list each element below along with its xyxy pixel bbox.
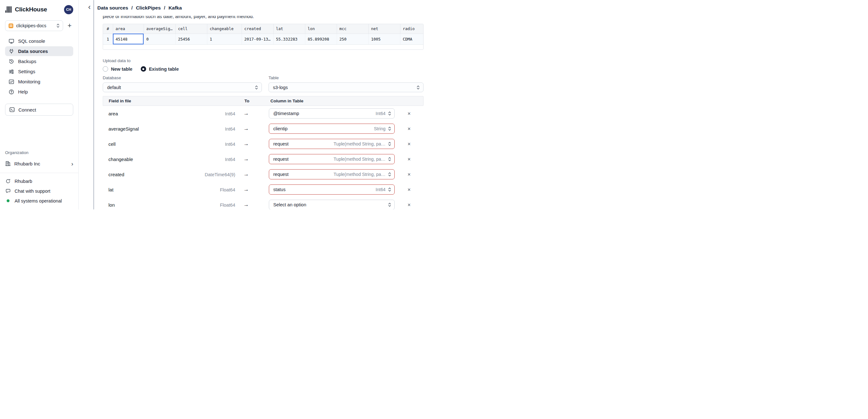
column-select-error[interactable]: status Int64: [269, 185, 395, 195]
preview-cell[interactable]: 1005: [368, 34, 400, 44]
preview-header-cell: lon: [305, 24, 337, 34]
remove-mapping-button[interactable]: ✕: [407, 157, 411, 162]
preview-header-cell: cell: [175, 24, 207, 34]
sidebar-item-help[interactable]: Help: [5, 87, 73, 97]
scrollbar[interactable]: [93, 0, 94, 210]
radio-existing-table[interactable]: Existing table: [141, 66, 179, 72]
preview-header-cell: radio: [400, 24, 423, 34]
field-name: area: [108, 111, 118, 116]
sidebar-spacer: [5, 116, 73, 150]
radio-label: Existing table: [149, 67, 179, 72]
column-select-placeholder[interactable]: Select an option: [269, 200, 395, 210]
mapping-row-area: area Int64 → @timestamp Int64 ✕: [103, 106, 424, 121]
arrow-right-icon: →: [235, 186, 269, 193]
preview-cell[interactable]: 2017-09-13…: [242, 34, 273, 44]
radio-new-table[interactable]: New table: [103, 66, 132, 72]
preview-header-cell: area: [113, 24, 144, 34]
back-icon[interactable]: ‹: [88, 3, 91, 11]
sliders-icon: [8, 69, 14, 74]
preview-header-cell: #: [103, 24, 113, 34]
remove-mapping-button[interactable]: ✕: [407, 142, 411, 147]
preview-header-cell: mcc: [337, 24, 368, 34]
preview-header-cell: averageSig…: [144, 24, 175, 34]
column-type: Tuple(method String, pa…: [334, 157, 385, 162]
sidebar-item-sql-console[interactable]: SQL console: [5, 36, 73, 46]
brand-row: ClickHouse CH: [5, 4, 73, 15]
column-select-error[interactable]: request Tuple(method String, pa…: [269, 154, 395, 164]
column-select-error[interactable]: request Tuple(method String, pa…: [269, 169, 395, 180]
preview-cell[interactable]: 1: [103, 34, 113, 44]
sidebar-item-label: Backups: [18, 59, 36, 64]
column-in-table-header: Column in Table: [269, 99, 395, 103]
data-preview-table: # area averageSig… cell changeable creat…: [103, 24, 424, 50]
remove-mapping-button[interactable]: ✕: [407, 126, 411, 131]
field-type: Int64: [225, 126, 235, 132]
breadcrumb-clickpipes[interactable]: ClickPipes: [136, 5, 161, 11]
sidebar-item-label: Settings: [18, 69, 35, 74]
add-service-button[interactable]: +: [67, 22, 72, 29]
field-in-file-header: Field in file: [103, 99, 236, 103]
footer-item-system-status[interactable]: All systems operational: [5, 196, 73, 206]
mapping-row-created: created DateTime64(9) → request Tuple(me…: [103, 167, 424, 182]
status-dot-icon: [7, 199, 9, 202]
stepper-icon: [416, 85, 420, 90]
clickhouse-logo-icon: [5, 6, 12, 13]
remove-mapping-button[interactable]: ✕: [407, 202, 411, 207]
mapping-row-lon: lon Float64 → Select an option ✕: [103, 197, 424, 210]
column-select-error[interactable]: clientip String: [269, 124, 395, 134]
sidebar-item-label: Help: [18, 89, 28, 94]
preview-cell[interactable]: 1: [207, 34, 242, 44]
chart-icon: [8, 79, 14, 85]
preview-header-cell: changeable: [207, 24, 242, 34]
organization-label: Organization: [5, 150, 73, 155]
footer-item-chat-support[interactable]: Chat with support: [5, 186, 73, 196]
preview-cell[interactable]: CDMA: [400, 34, 423, 44]
field-name: lat: [108, 187, 114, 192]
column-value: @timestamp: [273, 111, 299, 116]
preview-header-row: # area averageSig… cell changeable creat…: [103, 24, 423, 34]
service-selector[interactable]: clickpipes-docs: [5, 20, 63, 31]
remove-mapping-button[interactable]: ✕: [407, 187, 411, 192]
column-select-error[interactable]: request Tuple(method String, pa…: [269, 139, 395, 149]
building-icon: [5, 161, 11, 166]
remove-mapping-button[interactable]: ✕: [407, 111, 411, 116]
database-label: Database: [103, 75, 262, 80]
preview-header-cell: net: [368, 24, 400, 34]
breadcrumb-kafka[interactable]: Kafka: [168, 5, 182, 11]
radio-icon[interactable]: [103, 66, 108, 72]
column-select[interactable]: @timestamp Int64: [269, 108, 395, 119]
table-select[interactable]: s3-logs: [269, 83, 424, 92]
column-value: Select an option: [273, 202, 306, 207]
sidebar-item-settings[interactable]: Settings: [5, 67, 73, 76]
sidebar-item-data-sources[interactable]: Data sources: [5, 46, 73, 56]
table-value: s3-logs: [273, 85, 288, 90]
preview-cell-selected[interactable]: 45148: [113, 34, 144, 44]
sidebar: ClickHouse CH clickpipes-docs + SQL cons…: [0, 0, 79, 210]
organization-selector[interactable]: Rhubarb Inc ›: [5, 159, 73, 168]
breadcrumb-data-sources[interactable]: Data sources: [97, 5, 128, 11]
preview-cell[interactable]: 250: [337, 34, 368, 44]
field-name: changeable: [108, 157, 133, 162]
sidebar-item-backups[interactable]: Backups: [5, 56, 73, 66]
rotate-icon: [5, 179, 11, 184]
user-avatar[interactable]: CH: [64, 5, 73, 14]
field-type: DateTime64(9): [205, 172, 235, 177]
radio-checked-icon[interactable]: [141, 66, 146, 72]
mapping-header-row: Field in file To Column in Table: [103, 96, 424, 106]
arrow-right-icon: →: [235, 171, 269, 178]
preview-cell[interactable]: 55.332283: [273, 34, 305, 44]
remove-mapping-button[interactable]: ✕: [407, 172, 411, 177]
preview-header-cell: lat: [273, 24, 305, 34]
preview-cell[interactable]: 85.899208: [305, 34, 337, 44]
field-mapping-table: Field in file To Column in Table area In…: [103, 96, 424, 210]
database-select[interactable]: default: [103, 83, 262, 92]
breadcrumb: Data sources / ClickPipes / Kafka: [97, 5, 182, 11]
connect-label: Connect: [19, 107, 36, 112]
footer-item-rhubarb[interactable]: Rhubarb: [5, 176, 73, 186]
preview-cell[interactable]: 25456: [175, 34, 207, 44]
sidebar-item-monitoring[interactable]: Monitoring: [5, 77, 73, 87]
field-type: Float64: [220, 187, 235, 192]
main-panel: piece of information such as date, amoun…: [79, 0, 434, 210]
preview-cell[interactable]: 0: [144, 34, 175, 44]
connect-button[interactable]: Connect: [5, 104, 73, 116]
